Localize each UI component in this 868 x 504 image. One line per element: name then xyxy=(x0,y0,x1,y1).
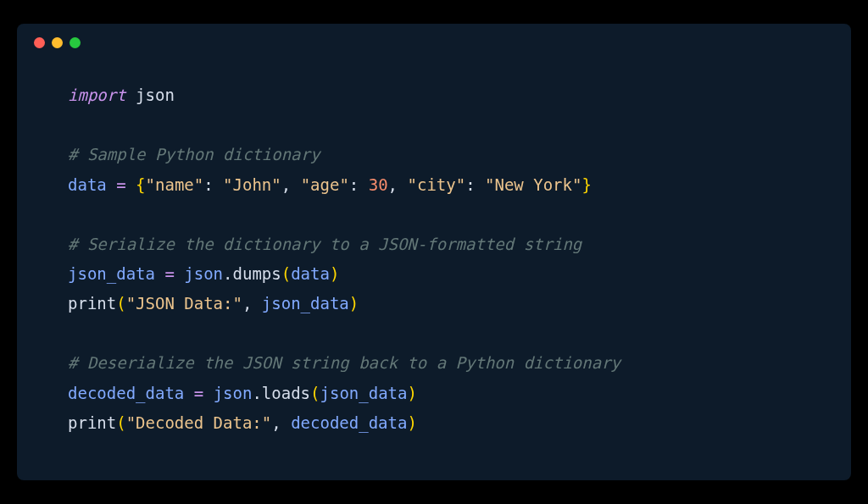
paren: ) xyxy=(349,294,359,313)
code-line: # Sample Python dictionary xyxy=(68,140,800,169)
code-line: # Serialize the dictionary to a JSON-for… xyxy=(68,230,800,259)
number: 30 xyxy=(369,175,388,194)
blank-line xyxy=(68,110,800,140)
maximize-icon[interactable] xyxy=(70,37,81,48)
close-icon[interactable] xyxy=(34,37,45,48)
variable: decoded_data xyxy=(68,384,194,402)
dot: . xyxy=(252,384,261,402)
brace: { xyxy=(136,175,145,194)
comma: , xyxy=(242,294,262,313)
paren: ( xyxy=(116,413,125,432)
code-editor: import json # Sample Python dictionary d… xyxy=(17,55,851,480)
string: "New York" xyxy=(485,175,581,194)
builtin-function: print xyxy=(68,413,116,432)
space xyxy=(126,175,136,194)
space xyxy=(175,264,184,283)
dot: . xyxy=(223,264,232,283)
space xyxy=(203,384,213,402)
method: dumps xyxy=(233,264,281,283)
string: "age" xyxy=(301,175,349,194)
code-line: data = {"name": "John", "age": 30, "city… xyxy=(68,170,800,200)
string: "JSON Data:" xyxy=(126,294,242,313)
code-line: print("JSON Data:", json_data) xyxy=(68,289,800,318)
comment: # Serialize the dictionary to a JSON-for… xyxy=(68,235,581,253)
colon: : xyxy=(349,175,369,194)
object: json xyxy=(184,264,223,283)
argument: decoded_data xyxy=(291,413,407,432)
colon: : xyxy=(465,175,485,194)
blank-line xyxy=(68,318,800,348)
operator: = xyxy=(164,264,174,283)
method: loads xyxy=(262,384,310,402)
minimize-icon[interactable] xyxy=(52,37,63,48)
keyword-import: import xyxy=(68,86,126,104)
builtin-function: print xyxy=(68,294,116,313)
paren: ( xyxy=(310,384,320,402)
paren: ) xyxy=(407,413,416,432)
comma: , xyxy=(388,175,408,194)
comment: # Deserialize the JSON string back to a … xyxy=(68,353,620,372)
paren: ) xyxy=(330,264,339,283)
blank-line xyxy=(68,200,800,230)
paren: ( xyxy=(281,264,291,283)
code-line: # Deserialize the JSON string back to a … xyxy=(68,348,800,378)
paren: ) xyxy=(407,384,416,402)
variable: json_data xyxy=(68,264,164,283)
brace: } xyxy=(581,175,591,194)
code-line: decoded_data = json.loads(json_data) xyxy=(68,379,800,408)
window-titlebar xyxy=(17,24,851,55)
string: "Decoded Data:" xyxy=(126,413,272,432)
code-window: import json # Sample Python dictionary d… xyxy=(17,24,851,480)
argument: json_data xyxy=(320,384,408,402)
object: json xyxy=(214,384,253,402)
comma: , xyxy=(271,413,291,432)
colon: : xyxy=(203,175,223,194)
string: "name" xyxy=(146,175,204,194)
module-name: json xyxy=(126,86,175,104)
variable: data xyxy=(68,175,116,194)
comma: , xyxy=(281,175,301,194)
code-line: import json xyxy=(68,80,800,110)
argument: json_data xyxy=(262,294,349,313)
code-line: json_data = json.dumps(data) xyxy=(68,259,800,289)
comment: # Sample Python dictionary xyxy=(68,145,320,163)
argument: data xyxy=(291,264,330,283)
paren: ( xyxy=(116,294,125,313)
string: "city" xyxy=(408,175,466,194)
code-line: print("Decoded Data:", decoded_data) xyxy=(68,408,800,438)
operator: = xyxy=(116,175,125,194)
string: "John" xyxy=(223,175,281,194)
operator: = xyxy=(194,384,203,402)
